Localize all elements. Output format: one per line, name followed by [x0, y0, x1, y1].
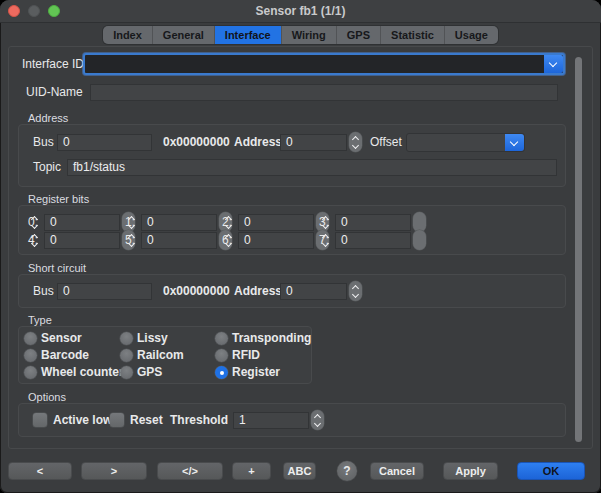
- ok-button[interactable]: OK: [517, 462, 585, 480]
- tab-segmented-control: Index General Interface Wiring GPS Stati…: [103, 26, 498, 44]
- address-address-field[interactable]: 0: [280, 134, 347, 151]
- radio-gps-label: GPS: [137, 364, 162, 381]
- active-low-checkbox[interactable]: [33, 413, 47, 427]
- tab-index[interactable]: Index: [103, 26, 153, 44]
- short-circuit-address-field[interactable]: 0: [280, 283, 347, 300]
- radio-sensor[interactable]: [24, 332, 37, 345]
- interface-id-label: Interface ID: [22, 56, 84, 73]
- address-bus-label: Bus: [33, 134, 54, 151]
- register-bit-2-field[interactable]: 0: [238, 214, 314, 231]
- tab-general[interactable]: General: [153, 26, 215, 44]
- radio-rfid[interactable]: [215, 349, 228, 362]
- radio-railcom-label: Railcom: [137, 347, 184, 364]
- short-circuit-hex-value: 0x00000000: [163, 283, 230, 300]
- radio-transponding[interactable]: [215, 332, 228, 345]
- register-bit-0-field[interactable]: 0: [44, 214, 120, 231]
- radio-barcode-label: Barcode: [41, 347, 89, 364]
- tab-bar: Index General Interface Wiring GPS Stati…: [0, 26, 601, 44]
- register-bit-5-field[interactable]: 0: [141, 232, 217, 249]
- radio-lissy[interactable]: [120, 332, 133, 345]
- code-button[interactable]: </>: [157, 462, 223, 480]
- help-button[interactable]: ?: [337, 461, 357, 481]
- tab-gps[interactable]: GPS: [337, 26, 381, 44]
- register-bit-7-field[interactable]: 0: [335, 232, 411, 249]
- reset-label: Reset: [130, 412, 163, 429]
- short-circuit-bus-field[interactable]: 0: [57, 283, 152, 300]
- register-bit-7-stepper-icon[interactable]: [413, 230, 426, 250]
- type-group-title: Type: [28, 314, 52, 326]
- active-low-label: Active low: [53, 412, 112, 429]
- register-bits-group-title: Register bits: [28, 193, 89, 205]
- register-bit-4-field[interactable]: 0: [44, 232, 120, 249]
- register-bit-5: 5: 0: [125, 230, 232, 250]
- sensor-dialog-window: Sensor fb1 (1/1) Index General Interface…: [0, 0, 601, 493]
- radio-gps[interactable]: [120, 366, 133, 379]
- chevron-down-icon[interactable]: [505, 134, 524, 151]
- register-bit-7: 7: 0: [319, 230, 426, 250]
- address-group-title: Address: [28, 112, 68, 124]
- add-button[interactable]: +: [232, 462, 271, 480]
- radio-railcom[interactable]: [120, 349, 133, 362]
- address-offset-label: Offset: [370, 134, 402, 151]
- reset-checkbox[interactable]: [110, 413, 124, 427]
- radio-register[interactable]: [215, 366, 228, 379]
- register-bit-3-field[interactable]: 0: [335, 214, 411, 231]
- address-hex-value: 0x00000000: [163, 134, 230, 151]
- address-topic-label: Topic: [33, 159, 61, 176]
- address-offset-combobox[interactable]: [406, 133, 525, 152]
- register-bit-1-field[interactable]: 0: [141, 214, 217, 231]
- register-bit-3: 3: 0: [319, 212, 426, 232]
- uid-name-label: UID-Name: [26, 84, 83, 101]
- register-bit-1: 1: 0: [125, 212, 232, 232]
- radio-wheel-counter[interactable]: [24, 366, 37, 379]
- register-bit-0: 0: 0: [28, 212, 135, 232]
- radio-rfid-label: RFID: [232, 347, 260, 364]
- tab-wiring[interactable]: Wiring: [282, 26, 337, 44]
- register-bit-6: 6: 0: [222, 230, 329, 250]
- radio-sensor-label: Sensor: [41, 330, 82, 347]
- short-circuit-address-label: Address: [234, 283, 282, 300]
- tab-usage[interactable]: Usage: [445, 26, 498, 44]
- radio-barcode[interactable]: [24, 349, 37, 362]
- radio-lissy-label: Lissy: [137, 330, 168, 347]
- tab-statistic[interactable]: Statistic: [381, 26, 445, 44]
- radio-register-label: Register: [232, 364, 280, 381]
- short-circuit-address-stepper-icon[interactable]: [349, 281, 362, 301]
- prev-button[interactable]: <: [8, 462, 72, 480]
- short-circuit-group-title: Short circuit: [28, 262, 86, 274]
- chevron-down-icon[interactable]: [544, 55, 563, 73]
- vertical-scrollbar-thumb[interactable]: [575, 57, 582, 442]
- window-title: Sensor fb1 (1/1): [0, 0, 601, 22]
- threshold-stepper-icon[interactable]: [311, 410, 324, 430]
- address-topic-field[interactable]: fb1/status: [67, 159, 557, 176]
- address-bus-field[interactable]: 0: [57, 134, 152, 151]
- register-bit-4: 4: 0: [28, 230, 135, 250]
- abc-button[interactable]: ABC: [283, 462, 316, 480]
- threshold-label: Threshold: [170, 412, 228, 429]
- interface-id-combobox[interactable]: [83, 53, 565, 75]
- radio-wheel-counter-label: Wheel counter: [41, 364, 124, 381]
- radio-transponding-label: Transponding: [232, 330, 311, 347]
- apply-button[interactable]: Apply: [443, 462, 498, 480]
- threshold-field[interactable]: 1: [233, 412, 309, 429]
- register-bit-6-field[interactable]: 0: [238, 232, 314, 249]
- tab-interface[interactable]: Interface: [215, 26, 282, 44]
- options-group-title: Options: [28, 391, 66, 403]
- uid-name-field[interactable]: [90, 84, 558, 101]
- register-bit-2: 2: 0: [222, 212, 329, 232]
- address-address-label: Address: [234, 134, 282, 151]
- address-address-stepper-icon[interactable]: [349, 132, 362, 152]
- short-circuit-bus-label: Bus: [33, 283, 54, 300]
- next-button[interactable]: >: [81, 462, 147, 480]
- cancel-button[interactable]: Cancel: [370, 462, 424, 480]
- title-bar: Sensor fb1 (1/1): [0, 0, 601, 23]
- register-bit-3-stepper-icon[interactable]: [413, 212, 426, 232]
